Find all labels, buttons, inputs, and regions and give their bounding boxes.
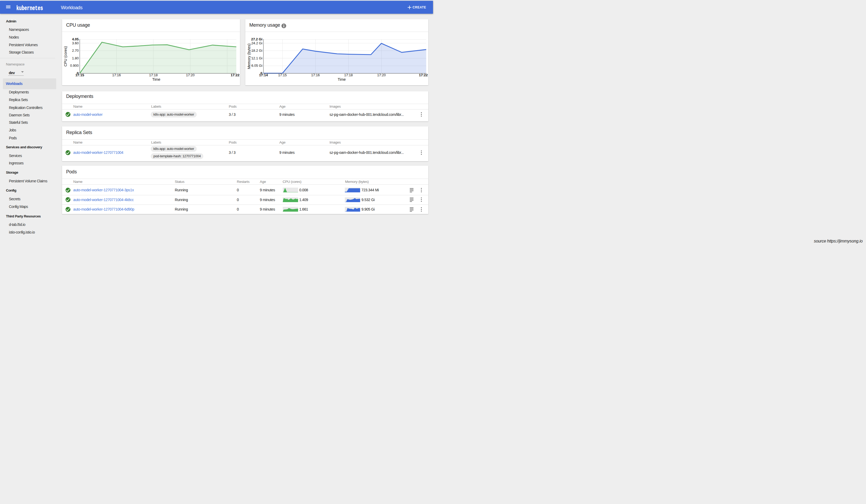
svg-text:3.60: 3.60 — [72, 41, 79, 45]
svg-text:17:22: 17:22 — [419, 73, 428, 77]
svg-text:17:16: 17:16 — [311, 73, 320, 77]
svg-text:17:20: 17:20 — [377, 73, 386, 77]
svg-text:1.80: 1.80 — [72, 56, 79, 60]
svg-text:17:18: 17:18 — [344, 73, 353, 77]
svg-text:CPU (cores): CPU (cores) — [63, 46, 68, 67]
svg-text:6.05 Gi: 6.05 Gi — [251, 64, 263, 68]
svg-text:4.05: 4.05 — [72, 37, 79, 41]
svg-text:17:20: 17:20 — [186, 73, 195, 77]
svg-text:17:15: 17:15 — [75, 73, 84, 77]
svg-text:12.1 Gi: 12.1 Gi — [251, 56, 263, 60]
svg-text:24.2 Gi: 24.2 Gi — [251, 41, 263, 45]
svg-text:Time: Time — [338, 77, 346, 81]
svg-text:2.70: 2.70 — [72, 48, 79, 53]
svg-text:17:22: 17:22 — [231, 73, 240, 77]
svg-text:17:15: 17:15 — [278, 73, 287, 77]
svg-text:Memory (bytes): Memory (bytes) — [247, 44, 251, 69]
svg-text:Time: Time — [152, 77, 160, 81]
svg-text:18.2 Gi: 18.2 Gi — [251, 48, 263, 53]
svg-text:27.2 Gi: 27.2 Gi — [251, 37, 263, 41]
svg-text:0.900: 0.900 — [70, 64, 79, 68]
svg-text:17:14: 17:14 — [259, 73, 268, 77]
svg-text:17:16: 17:16 — [112, 73, 121, 77]
svg-text:17:18: 17:18 — [149, 73, 158, 77]
